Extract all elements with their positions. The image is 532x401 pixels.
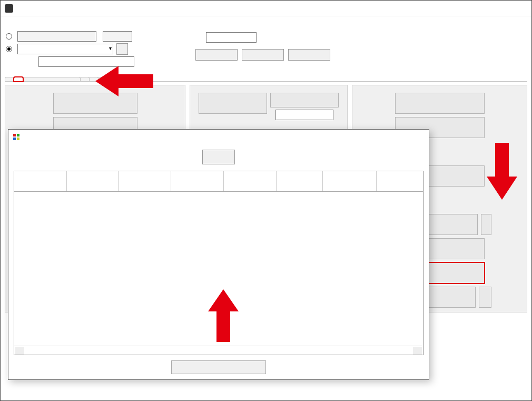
maximize-button[interactable]: [481, 1, 504, 16]
col-id[interactable]: [14, 171, 67, 191]
device-info: [346, 30, 354, 46]
disconnect-button[interactable]: [242, 49, 284, 61]
hidden-left-button-1[interactable]: [481, 214, 491, 235]
chevron-down-icon: ▾: [109, 45, 112, 51]
op-password-input[interactable]: [206, 32, 257, 43]
title-bar: [1, 1, 531, 16]
col-enabled[interactable]: [67, 171, 119, 191]
update-time-button[interactable]: [270, 93, 339, 107]
save-load-button[interactable]: [395, 93, 485, 114]
col-cashless[interactable]: [171, 171, 224, 191]
serial-port-select[interactable]: [17, 44, 113, 54]
arrow-icon-left: [95, 63, 153, 100]
arrow-icon-down-right: [484, 143, 520, 200]
tab-bar: [5, 70, 527, 82]
menu-bar: [1, 16, 531, 29]
svg-rect-3: [13, 134, 16, 136]
payment-types-dialog: [8, 129, 429, 380]
svg-rect-4: [17, 134, 19, 136]
tab-checks[interactable]: [80, 77, 90, 81]
app-icon: [5, 4, 13, 13]
col-sum[interactable]: [277, 171, 323, 191]
main-section-title: [352, 85, 527, 91]
set-time-button[interactable]: [199, 93, 267, 114]
refresh-button[interactable]: [116, 43, 128, 55]
connect-button[interactable]: [195, 49, 238, 61]
close-button[interactable]: [504, 1, 527, 16]
load-from-kkt-button[interactable]: [202, 150, 235, 164]
ethernet-radio[interactable]: [6, 33, 14, 40]
svg-marker-0: [95, 66, 153, 96]
col-save[interactable]: [377, 171, 423, 191]
dialog-close-button[interactable]: [403, 130, 425, 144]
restart-button[interactable]: [288, 49, 330, 61]
svg-marker-2: [208, 289, 239, 342]
exit-button[interactable]: [171, 360, 266, 374]
svg-rect-5: [13, 138, 16, 140]
scroll-right-icon[interactable]: [413, 347, 422, 355]
dialog-minimize-button[interactable]: [361, 130, 382, 144]
grid-header: [14, 171, 423, 192]
col-name[interactable]: [119, 171, 171, 191]
col-redirection[interactable]: [323, 171, 377, 191]
tab-status[interactable]: [5, 77, 14, 81]
grid-h-scrollbar[interactable]: [14, 346, 423, 355]
col-open-drawer[interactable]: [224, 171, 277, 191]
tab-settings-kkt[interactable]: [14, 77, 23, 82]
svg-rect-6: [17, 138, 19, 140]
svg-marker-1: [487, 143, 517, 200]
ethernet-host-input[interactable]: [17, 31, 96, 42]
hidden-left-button-2[interactable]: [479, 287, 491, 308]
dt-section-title: [190, 85, 347, 91]
scroll-left-icon[interactable]: [15, 347, 24, 355]
port-input[interactable]: [103, 31, 132, 42]
tab-hidden-1[interactable]: [23, 77, 81, 81]
arrow-icon-up: [205, 289, 242, 342]
dialog-maximize-button[interactable]: [382, 130, 403, 144]
time-input[interactable]: [275, 110, 333, 120]
dialog-icon: [13, 133, 20, 141]
serial-radio[interactable]: [6, 46, 14, 52]
minimize-button[interactable]: [458, 1, 481, 16]
